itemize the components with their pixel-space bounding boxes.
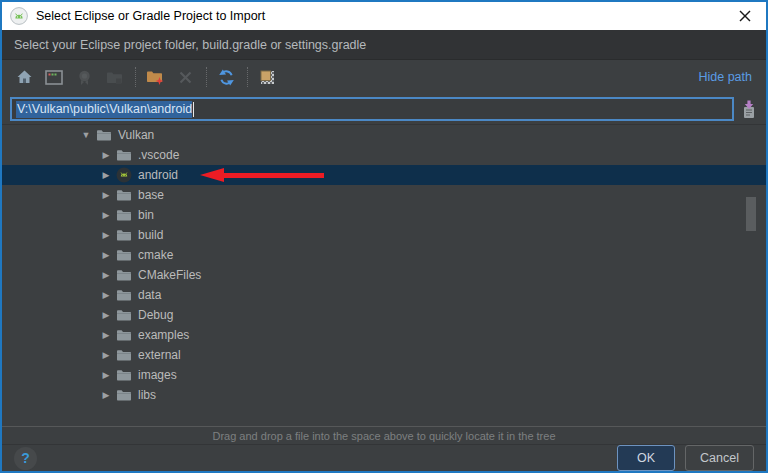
tree-row-libs[interactable]: ▶libs (2, 385, 766, 405)
tree-row-examples[interactable]: ▶examples (2, 325, 766, 345)
chevron-right-icon[interactable]: ▶ (98, 250, 114, 260)
folder-icon (116, 187, 132, 203)
footer: ? OK Cancel (2, 444, 766, 471)
tree-row-external[interactable]: ▶external (2, 345, 766, 365)
chevron-right-icon[interactable]: ▶ (98, 390, 114, 400)
chevron-right-icon[interactable]: ▶ (98, 150, 114, 160)
file-tree: ▼Vulkan▶.vscode▶android▶base▶bin▶build▶c… (2, 124, 766, 426)
import-project-dialog: Select Eclipse or Gradle Project to Impo… (0, 0, 768, 473)
android-studio-icon (10, 7, 28, 25)
tree-item-label: CMakeFiles (136, 268, 201, 282)
tree-item-label: build (136, 228, 163, 242)
tree-item-label: libs (136, 388, 156, 402)
tree-item-label: android (136, 168, 178, 182)
tree-row-images[interactable]: ▶images (2, 365, 766, 385)
tree-item-label: external (136, 348, 181, 362)
android-icon (116, 167, 132, 183)
chevron-right-icon[interactable]: ▶ (98, 190, 114, 200)
chevron-right-icon[interactable]: ▶ (98, 270, 114, 280)
folder-icon (116, 387, 132, 403)
tree-item-label: data (136, 288, 161, 302)
chevron-right-icon[interactable]: ▶ (98, 310, 114, 320)
folder-icon (96, 127, 112, 143)
show-hidden-icon[interactable] (255, 65, 279, 89)
module-icon (72, 65, 96, 89)
tree-item-label: images (136, 368, 177, 382)
refresh-icon[interactable] (214, 65, 238, 89)
tree-row-cmake[interactable]: ▶cmake (2, 245, 766, 265)
tree-row-android[interactable]: ▶android (2, 165, 766, 185)
chevron-right-icon[interactable]: ▶ (98, 370, 114, 380)
folder-icon (116, 247, 132, 263)
toolbar-separator (206, 67, 207, 87)
chevron-right-icon[interactable]: ▶ (98, 290, 114, 300)
tree-row-data[interactable]: ▶data (2, 285, 766, 305)
vertical-scrollbar[interactable] (746, 197, 756, 231)
folder-icon (116, 347, 132, 363)
delete-icon (173, 65, 197, 89)
tree-item-label: .vscode (136, 148, 179, 162)
folder-icon (116, 207, 132, 223)
dialog-title: Select Eclipse or Gradle Project to Impo… (36, 9, 265, 23)
help-icon[interactable]: ? (14, 447, 37, 470)
folder-icon (116, 147, 132, 163)
folder-disabled-icon (102, 65, 126, 89)
toolbar-separator (247, 67, 248, 87)
folder-icon (116, 267, 132, 283)
tree-item-label: base (136, 188, 164, 202)
close-button[interactable] (724, 2, 766, 30)
hide-path-link[interactable]: Hide path (698, 70, 756, 84)
folder-icon (116, 227, 132, 243)
paste-path-icon[interactable] (738, 98, 760, 120)
tree-item-label: bin (136, 208, 154, 222)
path-value: V:\Vulkan\public\Vulkan\android (16, 101, 192, 118)
tree-row-debug[interactable]: ▶Debug (2, 305, 766, 325)
dialog-subtitle: Select your Eclipse project folder, buil… (2, 30, 766, 60)
drag-drop-hint: Drag and drop a file into the space abov… (2, 426, 766, 444)
home-icon[interactable] (12, 65, 36, 89)
text-caret (193, 102, 194, 117)
folder-icon (116, 327, 132, 343)
chevron-right-icon[interactable]: ▶ (98, 170, 114, 180)
chevron-right-icon[interactable]: ▶ (98, 350, 114, 360)
tree-item-label: Debug (136, 308, 173, 322)
chevron-right-icon[interactable]: ▶ (98, 230, 114, 240)
tree-row-cmakefiles[interactable]: ▶CMakeFiles (2, 265, 766, 285)
ok-button[interactable]: OK (617, 445, 675, 471)
folder-icon (116, 367, 132, 383)
tree-row-vscode[interactable]: ▶.vscode (2, 145, 766, 165)
tree-row-base[interactable]: ▶base (2, 185, 766, 205)
cancel-button[interactable]: Cancel (685, 445, 754, 471)
path-row: V:\Vulkan\public\Vulkan\android (2, 94, 766, 124)
toolbar-separator (135, 67, 136, 87)
path-input[interactable]: V:\Vulkan\public\Vulkan\android (10, 97, 734, 121)
tree-item-label: cmake (136, 248, 173, 262)
tree-rows: ▼Vulkan▶.vscode▶android▶base▶bin▶build▶c… (2, 125, 766, 405)
tree-row-bin[interactable]: ▶bin (2, 205, 766, 225)
folder-icon (116, 287, 132, 303)
new-folder-icon[interactable] (143, 65, 167, 89)
title-bar: Select Eclipse or Gradle Project to Impo… (2, 2, 766, 30)
tree-row-vulkan[interactable]: ▼Vulkan (2, 125, 766, 145)
tree-item-label: examples (136, 328, 189, 342)
folder-icon (116, 307, 132, 323)
chevron-down-icon[interactable]: ▼ (78, 130, 94, 140)
tree-item-label: Vulkan (116, 128, 154, 142)
desktop-icon[interactable] (42, 65, 66, 89)
chevron-right-icon[interactable]: ▶ (98, 330, 114, 340)
toolbar: Hide path (2, 60, 766, 94)
tree-row-build[interactable]: ▶build (2, 225, 766, 245)
chevron-right-icon[interactable]: ▶ (98, 210, 114, 220)
